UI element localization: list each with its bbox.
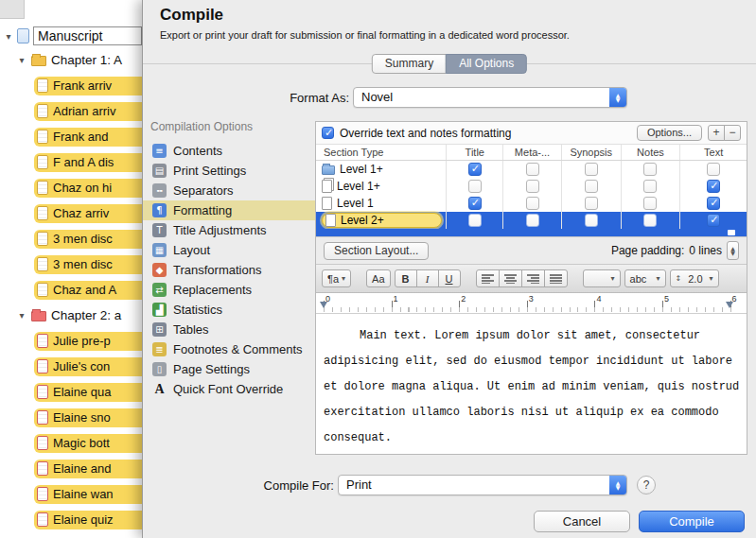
text-checkbox[interactable] (707, 197, 720, 210)
binder-item[interactable]: Chaz arriv (0, 200, 142, 226)
binder-root-row[interactable]: ▾ Manuscript (0, 25, 142, 47)
bold-button[interactable]: B (395, 269, 417, 287)
item-pill[interactable]: Elaine wan (34, 485, 142, 504)
meta-checkbox[interactable] (526, 214, 539, 227)
option-separators[interactable]: ╍Separators (143, 181, 315, 200)
item-pill[interactable]: F and A dis (34, 153, 142, 172)
table-row[interactable]: Level 1+ (316, 161, 747, 178)
item-pill[interactable]: Chaz and A (34, 281, 142, 300)
format-as-dropdown[interactable]: Novel ▲▼ (353, 87, 627, 108)
disclosure-triangle-icon[interactable]: ▾ (17, 55, 26, 65)
line-spacing-dropdown[interactable]: ↕2.0▾ (670, 269, 719, 287)
synopsis-checkbox[interactable] (585, 214, 598, 227)
option-title-adjustments[interactable]: TTitle Adjustments (143, 220, 315, 240)
notes-checkbox[interactable] (643, 214, 657, 227)
notes-checkbox[interactable] (643, 180, 657, 193)
binder-item[interactable]: Elaine sno (0, 405, 142, 430)
manuscript-title-field[interactable]: Manuscript (33, 26, 142, 45)
item-pill[interactable]: Magic bott (34, 434, 142, 453)
item-pill[interactable]: Elaine and (34, 460, 142, 478)
cancel-button[interactable]: Cancel (534, 511, 630, 532)
meta-checkbox[interactable] (526, 197, 539, 210)
binder-item[interactable]: F and A dis (0, 149, 142, 175)
binder-item[interactable]: 3 men disc (0, 252, 142, 277)
text-checkbox[interactable] (707, 180, 720, 193)
ruler[interactable]: 0123456 (316, 293, 747, 314)
text-checkbox[interactable] (707, 163, 720, 176)
option-layout[interactable]: ▦Layout (143, 240, 315, 260)
binder-item[interactable]: Magic bott (0, 430, 142, 456)
item-pill[interactable]: Elaine quiz (34, 511, 142, 529)
item-pill[interactable]: Adrian arriv (34, 102, 142, 121)
synopsis-checkbox[interactable] (585, 163, 598, 176)
item-pill[interactable]: Chaz arriv (34, 204, 142, 223)
option-statistics[interactable]: ▟Statistics (143, 300, 315, 320)
option-page-settings[interactable]: ▯Page Settings (143, 359, 315, 379)
align-justify-icon[interactable] (544, 269, 568, 287)
option-print-settings[interactable]: ▤Print Settings (143, 161, 315, 181)
remove-row-button[interactable]: − (724, 125, 741, 141)
notes-checkbox[interactable] (643, 197, 657, 210)
disclosure-triangle-icon[interactable]: ▾ (4, 31, 13, 42)
binder-item[interactable]: Julie pre-p (0, 328, 142, 354)
table-row[interactable]: Level 1+ (316, 178, 747, 195)
tab-all-options[interactable]: All Options (446, 54, 527, 74)
item-pill[interactable]: Frank and (34, 128, 142, 147)
align-left-icon[interactable] (476, 269, 500, 287)
binder-folder[interactable]: ▾Chapter 2: a (0, 303, 142, 328)
synopsis-checkbox[interactable] (585, 180, 598, 193)
option-replacements[interactable]: ⇄Replacements (143, 280, 315, 300)
disclosure-triangle-icon[interactable]: ▾ (17, 310, 26, 321)
align-right-icon[interactable] (521, 269, 545, 287)
binder-item[interactable]: Elaine wan (0, 481, 142, 507)
underline-button[interactable]: U (438, 269, 461, 287)
option-formatting[interactable]: ¶Formatting (143, 200, 315, 220)
options-button[interactable]: Options... (637, 125, 702, 141)
table-scrollbar[interactable] (316, 229, 747, 236)
option-transformations[interactable]: ◆Transformations (143, 260, 315, 280)
compile-for-dropdown[interactable]: Print ▲▼ (338, 475, 627, 495)
binder-item[interactable]: Julie's con (0, 354, 142, 379)
binder-item[interactable]: Elaine qua (0, 379, 142, 405)
help-button[interactable]: ? (637, 476, 656, 495)
title-checkbox[interactable] (468, 197, 482, 210)
paragraph-style-dropdown[interactable]: ¶a▾ (322, 269, 351, 287)
binder-folder[interactable]: ▾Chapter 1: A (0, 47, 142, 73)
binder-item[interactable]: Frank and (0, 124, 142, 149)
item-pill[interactable]: 3 men disc (34, 230, 142, 249)
item-pill[interactable]: Chaz on hi (34, 179, 142, 198)
align-center-icon[interactable] (499, 269, 522, 287)
title-checkbox[interactable] (468, 180, 482, 193)
item-pill[interactable]: Frank arriv (34, 77, 142, 95)
text-preview-area[interactable]: Main text. Lorem ipsum dolor sit amet, c… (316, 314, 747, 455)
binder-item[interactable]: Elaine and (0, 456, 142, 481)
binder-item[interactable]: Chaz and A (0, 277, 142, 303)
binder-item[interactable]: Frank arriv (0, 73, 142, 98)
add-row-button[interactable]: + (708, 125, 725, 141)
page-padding-stepper[interactable]: ▲▼ (727, 241, 739, 260)
binder-item[interactable]: Adrian arriv (0, 98, 142, 124)
synopsis-checkbox[interactable] (585, 197, 598, 210)
binder-item[interactable]: Elaine quiz (0, 507, 142, 532)
notes-checkbox[interactable] (643, 163, 657, 176)
option-tables[interactable]: ⊞Tables (143, 320, 315, 339)
item-pill[interactable]: Julie's con (34, 357, 142, 376)
font-button[interactable]: Aa (366, 269, 390, 287)
item-pill[interactable]: Elaine qua (34, 383, 142, 402)
override-checkbox[interactable] (322, 127, 334, 139)
list-style-dropdown[interactable]: ▾ (583, 269, 621, 287)
title-checkbox[interactable] (468, 214, 482, 227)
right-indent-marker[interactable] (726, 302, 733, 308)
highlight-dropdown[interactable]: abc▾ (624, 269, 666, 287)
option-contents[interactable]: ≡Contents (143, 141, 315, 161)
compile-button[interactable]: Compile (639, 511, 745, 532)
item-pill[interactable]: Julie pre-p (34, 332, 142, 351)
meta-checkbox[interactable] (526, 163, 539, 176)
table-row[interactable]: Level 2+ (316, 212, 747, 229)
text-checkbox[interactable] (707, 214, 720, 227)
binder-item[interactable]: Chaz on hi (0, 175, 142, 200)
item-pill[interactable]: Elaine sno (34, 408, 142, 427)
section-layout-button[interactable]: Section Layout... (324, 242, 429, 260)
item-pill[interactable]: 3 men disc (34, 255, 142, 274)
option-quick-font-override[interactable]: AQuick Font Override (143, 379, 315, 399)
